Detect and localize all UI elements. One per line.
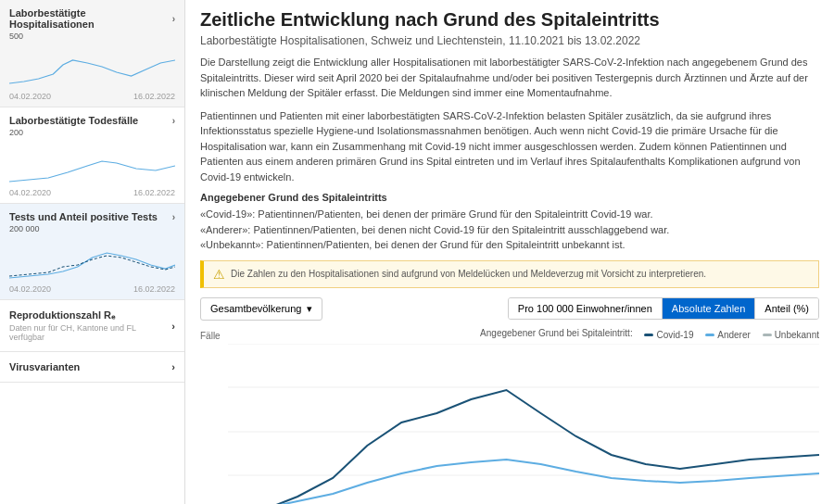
chart-value-tod: 200 bbox=[9, 128, 175, 137]
legend-item-anderer: Anderer bbox=[705, 330, 751, 340]
dropdown-chevron-icon: ▾ bbox=[307, 303, 312, 315]
legend-covid: «Covid-19»: Patientinnen/Patienten, bei … bbox=[200, 207, 819, 253]
chart-date-end-tod: 16.02.2022 bbox=[133, 188, 175, 197]
sidebar-item-hospitalisationen[interactable]: Laborbestätigte Hospitalisationen › 500 … bbox=[0, 0, 184, 107]
chart-container: 800 600 400 200 0 bbox=[228, 344, 819, 505]
mini-chart-hosp bbox=[9, 46, 175, 88]
sidebar-item-tests[interactable]: Tests und Anteil positive Tests › 200 00… bbox=[0, 204, 184, 300]
population-dropdown[interactable]: Gesamtbevölkerung ▾ bbox=[200, 297, 322, 321]
page-subtitle: Laborbestätigte Hospitalisationen, Schwe… bbox=[200, 34, 819, 47]
controls-bar: Gesamtbevölkerung ▾ Pro 100 000 Einwohne… bbox=[200, 297, 819, 321]
sidebar-label-todesfaelle: Laborbestätigte Todesfälle bbox=[9, 115, 138, 126]
warning-text: Die Zahlen zu den Hospitalisationen sind… bbox=[231, 269, 706, 279]
y-axis-label: Fälle bbox=[200, 331, 221, 341]
sidebar-item-reproduktion[interactable]: Reproduktionszahl Rₑ Daten nur für CH, K… bbox=[0, 300, 184, 352]
sidebar-item-todesfaelle[interactable]: Laborbestätigte Todesfälle › 200 04.02.2… bbox=[0, 107, 184, 204]
legend-dot-unbekannt bbox=[763, 334, 772, 336]
chevron-icon-reproduktion: › bbox=[171, 321, 175, 332]
chevron-icon-tests: › bbox=[172, 212, 175, 222]
warning-box: ⚠ Die Zahlen zu den Hospitalisationen si… bbox=[200, 260, 819, 288]
main-chart: Fälle 800 600 400 200 0 bbox=[200, 344, 819, 505]
view-toggle: Pro 100 000 Einwohner/innen Absolute Zah… bbox=[508, 297, 819, 320]
chart-date-end-hosp: 16.02.2022 bbox=[133, 92, 175, 101]
legend-label: Angegebener Grund bei Spitaleintritt: bbox=[480, 328, 633, 338]
mini-chart-tests bbox=[9, 239, 175, 281]
chart-value-hosp: 500 bbox=[9, 32, 175, 41]
legend-item-covid19: Covid-19 bbox=[644, 330, 693, 340]
legend-dot-anderer bbox=[705, 334, 714, 336]
chart-legend: Angegebener Grund bei Spitaleintritt: Co… bbox=[200, 328, 819, 340]
dropdown-label: Gesamtbevölkerung bbox=[210, 303, 301, 314]
main-content: Zeitliche Entwicklung nach Grund des Spi… bbox=[185, 0, 834, 504]
sidebar-item-virusvarianten[interactable]: Virusvarianten › bbox=[0, 352, 184, 383]
chart-svg: 800 600 400 200 0 bbox=[228, 344, 819, 505]
btn-absolute[interactable]: Absolute Zahlen bbox=[663, 298, 756, 319]
description-1: Die Darstellung zeigt die Entwicklung al… bbox=[200, 55, 819, 101]
section-title: Angegebener Grund des Spitaleintritts bbox=[200, 192, 819, 203]
btn-anteil[interactable]: Anteil (%) bbox=[755, 298, 818, 319]
legend-text-covid19: Covid-19 bbox=[656, 330, 693, 340]
chevron-icon-todesfaelle: › bbox=[172, 116, 175, 126]
description-2: Patientinnen und Patienten mit einer lab… bbox=[200, 108, 819, 185]
mini-chart-tod bbox=[9, 143, 175, 184]
page-title: Zeitliche Entwicklung nach Grund des Spi… bbox=[200, 9, 819, 31]
chart-value-tests: 200 000 bbox=[9, 224, 175, 233]
chevron-icon-hospitalisationen: › bbox=[172, 14, 175, 24]
legend-dot-covid19 bbox=[644, 334, 653, 336]
sidebar-label-virusvarianten: Virusvarianten bbox=[9, 361, 80, 372]
chart-date-start-tod: 04.02.2020 bbox=[9, 188, 51, 197]
chart-date-start-hosp: 04.02.2020 bbox=[9, 92, 51, 101]
chevron-icon-virusvarianten: › bbox=[171, 361, 175, 372]
chart-date-end-tests: 16.02.2022 bbox=[133, 284, 175, 294]
sidebar: Laborbestätigte Hospitalisationen › 500 … bbox=[0, 0, 185, 504]
sidebar-label-hospitalisationen: Laborbestätigte Hospitalisationen bbox=[9, 7, 172, 30]
legend-text-anderer: Anderer bbox=[717, 330, 751, 340]
sidebar-subtext-reproduktion: Daten nur für CH, Kantone und FL verfügb… bbox=[9, 323, 171, 342]
sidebar-label-tests: Tests und Anteil positive Tests bbox=[9, 211, 158, 222]
legend-item-unbekannt: Unbekannt bbox=[763, 330, 819, 340]
sidebar-label-reproduktion: Reproduktionszahl Rₑ bbox=[9, 309, 171, 321]
chart-date-start-tests: 04.02.2020 bbox=[9, 284, 51, 294]
legend-text-unbekannt: Unbekannt bbox=[775, 330, 819, 340]
btn-pro100k[interactable]: Pro 100 000 Einwohner/innen bbox=[509, 298, 663, 319]
warning-icon: ⚠ bbox=[213, 267, 225, 282]
